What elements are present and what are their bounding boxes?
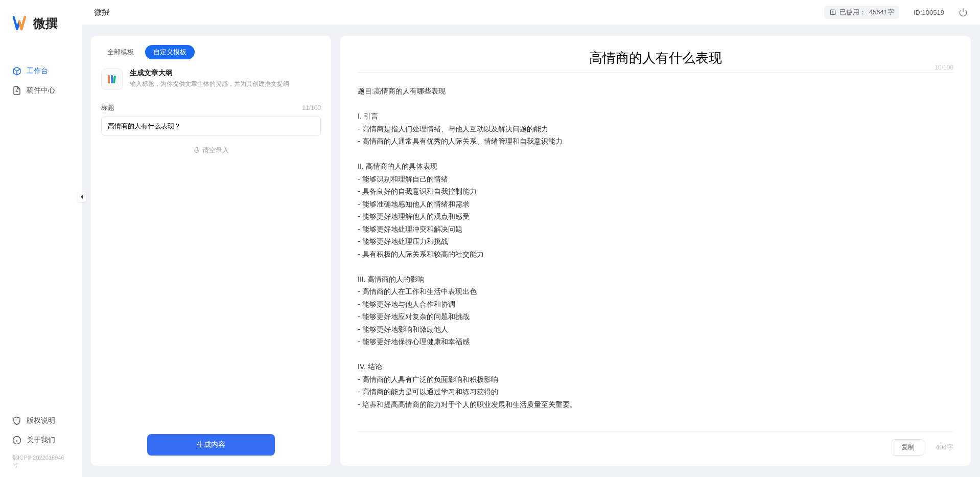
input-panel: 全部模板 自定义模板 生成文章大纲 输入标题，为你提供文章主体的灵感，并为其创建… bbox=[91, 36, 331, 466]
sidebar-item-label: 关于我们 bbox=[27, 436, 55, 445]
sidebar-collapse-handle[interactable] bbox=[78, 192, 86, 202]
divider bbox=[358, 72, 953, 73]
template-tabs: 全部模板 自定义模板 bbox=[91, 45, 331, 59]
sidebar-item-label: 工作台 bbox=[27, 66, 48, 76]
sidebar-item-label: 稿件中心 bbox=[27, 86, 55, 95]
chevron-left-icon bbox=[79, 194, 84, 199]
usage-value: 45641字 bbox=[869, 8, 894, 17]
generate-button[interactable]: 生成内容 bbox=[147, 434, 275, 456]
tab-all-templates[interactable]: 全部模板 bbox=[99, 45, 142, 59]
svg-rect-8 bbox=[108, 75, 110, 83]
sidebar-item-workbench[interactable]: 工作台 bbox=[6, 62, 76, 80]
voice-input-link[interactable]: 请空录入 bbox=[101, 146, 321, 155]
text-icon bbox=[829, 9, 836, 16]
output-body[interactable]: 题目:高情商的人有哪些表现 I. 引言 - 高情商是指人们处理情绪、与他人互动以… bbox=[358, 85, 953, 425]
template-card: 生成文章大纲 输入标题，为你提供文章主体的灵感，并为其创建推文提纲 bbox=[91, 69, 331, 90]
logo-text: 微撰 bbox=[33, 15, 58, 32]
output-title: 高情商的人有什么表现 10/100 bbox=[358, 49, 953, 67]
title-field-counter: 11/100 bbox=[302, 104, 321, 111]
template-desc: 输入标题，为你提供文章主体的灵感，并为其创建推文提纲 bbox=[130, 80, 321, 88]
svg-rect-11 bbox=[196, 147, 198, 151]
document-icon bbox=[12, 86, 21, 95]
logo-icon bbox=[13, 16, 30, 31]
header: 微撰 已使用： 45641字 ID:100519 bbox=[82, 0, 980, 25]
sidebar-item-copyright[interactable]: 版权说明 bbox=[6, 412, 76, 429]
sidebar-footer: 版权说明 关于我们 鄂ICP备2022016946号 bbox=[0, 412, 82, 469]
info-icon bbox=[12, 436, 21, 445]
word-count: 404字 bbox=[936, 443, 953, 452]
output-panel: 高情商的人有什么表现 10/100 题目:高情商的人有哪些表现 I. 引言 - … bbox=[340, 36, 971, 466]
output-title-counter: 10/100 bbox=[935, 64, 953, 71]
copy-button[interactable]: 复制 bbox=[892, 439, 924, 456]
power-icon[interactable] bbox=[959, 8, 968, 17]
icp-text: 鄂ICP备2022016946号 bbox=[6, 451, 76, 469]
cube-icon bbox=[12, 66, 21, 76]
sidebar-item-drafts[interactable]: 稿件中心 bbox=[6, 82, 76, 99]
sidebar-item-about[interactable]: 关于我们 bbox=[6, 431, 76, 449]
microphone-icon bbox=[193, 147, 200, 154]
output-footer: 复制 404字 bbox=[358, 431, 953, 456]
shield-icon bbox=[12, 416, 21, 425]
title-input[interactable] bbox=[101, 117, 321, 135]
sidebar-item-label: 版权说明 bbox=[27, 416, 55, 425]
usage-badge[interactable]: 已使用： 45641字 bbox=[824, 6, 899, 19]
sidebar: 微撰 工作台 稿件中心 版权说明 关于我们 鄂ICP备202 bbox=[0, 0, 82, 477]
template-title: 生成文章大纲 bbox=[130, 69, 321, 78]
books-icon bbox=[106, 73, 118, 85]
usage-prefix: 已使用： bbox=[839, 8, 866, 17]
svg-rect-9 bbox=[111, 75, 113, 83]
voice-input-label: 请空录入 bbox=[202, 146, 229, 155]
template-icon bbox=[101, 69, 123, 90]
app-logo: 微撰 bbox=[0, 15, 82, 32]
sidebar-nav: 工作台 稿件中心 bbox=[0, 62, 82, 99]
svg-rect-10 bbox=[113, 76, 116, 83]
tab-custom-templates[interactable]: 自定义模板 bbox=[145, 45, 195, 59]
title-field-label: 标题 bbox=[101, 103, 114, 112]
user-id: ID:100519 bbox=[914, 9, 944, 16]
page-title: 微撰 bbox=[94, 8, 109, 17]
output-title-text: 高情商的人有什么表现 bbox=[589, 51, 722, 65]
